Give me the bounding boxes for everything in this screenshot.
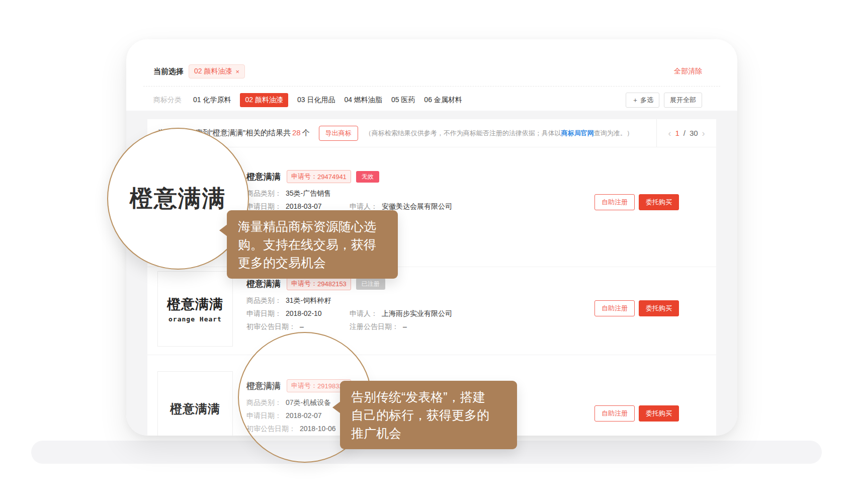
trademark-image: 橙意满满 orange Heart: [157, 271, 233, 347]
field-value: 2018-02-10: [286, 309, 322, 317]
row-actions: 自助注册 委托购买: [594, 405, 679, 422]
category-item-03[interactable]: 03 日化用品: [297, 96, 335, 105]
application-number-tag: 申请号：29474941: [287, 170, 351, 183]
field-label: 申请人：: [350, 202, 378, 210]
next-page-icon[interactable]: ›: [702, 129, 705, 138]
row-actions: 自助注册 委托购买: [594, 194, 679, 210]
category-filter-row: 商标分类 01 化学原料 02 颜料油漆 03 日化用品 04 燃料油脂 05 …: [153, 89, 702, 111]
entrust-purchase-button[interactable]: 委托购买: [639, 405, 679, 422]
row-actions: 自助注册 委托购买: [594, 300, 679, 316]
current-selection-row: 当前选择 02 颜料油漆 × 全部清除: [153, 64, 702, 78]
current-page: 1: [675, 129, 679, 137]
remove-tag-icon[interactable]: ×: [235, 68, 239, 75]
trademark-name: 橙意满满: [246, 278, 281, 290]
status-badge: 无效: [356, 171, 379, 183]
applicant-pair: 申请人：上海雨步实业有限公司: [350, 308, 452, 318]
results-count: 28: [292, 128, 301, 137]
field-value: 35类-广告销售: [286, 189, 331, 197]
category-line: 商品类别：35类-广告销售: [246, 188, 585, 198]
dashed-divider: [143, 86, 720, 87]
expand-all-button[interactable]: 展开全部: [664, 93, 702, 108]
multi-select-button[interactable]: ＋ 多选: [626, 93, 659, 108]
trademark-image-text: 橙意满满: [170, 401, 220, 417]
applicant-pair: 申请人：安徽美达会展有限公司: [350, 201, 452, 211]
application-number-label: 申请号：: [291, 172, 317, 181]
category-line: 商品类别：31类-饲料种籽: [246, 295, 585, 305]
clear-all-button[interactable]: 全部清除: [674, 67, 702, 76]
callout-tooltip-promo: 告别传统“发表格”，搭建 自己的标行，获得更多的 推广机会: [340, 381, 517, 449]
trademark-image-text: 橙意满满: [167, 295, 223, 313]
field-label: 申请日期：: [246, 202, 282, 210]
publication-line: 初审公告日期：– 注册公告日期：–: [246, 321, 585, 331]
field-label: 初审公告日期：: [246, 322, 296, 330]
field-label: 注册公告日期：: [350, 322, 399, 330]
date-line: 申请日期：2018-03-07 申请人：安徽美达会展有限公司: [246, 201, 585, 211]
export-trademark-button[interactable]: 导出商标: [319, 126, 358, 141]
results-header: 为您在线检索到“橙意满满”相关的结果共28个 导出商标 （商标检索结果仅供参考，…: [147, 119, 716, 147]
field-label: 商品类别：: [246, 296, 282, 304]
results-disclaimer: （商标检索结果仅供参考，不作为商标能否注册的法律依据；具体以商标局官网查询为准。…: [365, 129, 633, 138]
entrust-purchase-button[interactable]: 委托购买: [639, 194, 679, 210]
trademark-name: 橙意满满: [246, 171, 281, 183]
page-separator: /: [684, 129, 686, 137]
selected-filter-tag[interactable]: 02 颜料油漆 ×: [189, 64, 245, 78]
registration-pub-pair: 注册公告日期：–: [350, 321, 407, 331]
disclaimer-text-post: 查询为准。）: [594, 129, 633, 137]
trademark-details: 橙意满满 申请号：29482153 已注册 商品类别：31类-饲料种籽 申请日期…: [246, 278, 585, 331]
current-selection-label: 当前选择: [153, 67, 184, 76]
trademark-image-subtext: orange Heart: [168, 315, 222, 323]
field-label: 申请日期：: [246, 309, 282, 317]
field-value: 31类-饲料种籽: [286, 296, 331, 304]
status-badge: 已注册: [356, 278, 385, 290]
pagination: ‹ 1 / 30 ›: [656, 119, 716, 147]
self-register-button[interactable]: 自助注册: [594, 194, 635, 210]
application-number-tag: 申请号：29482153: [287, 277, 351, 290]
disclaimer-text-pre: （商标检索结果仅供参考，不作为商标能否注册的法律依据；具体以: [365, 129, 561, 137]
category-item-01[interactable]: 01 化学原料: [193, 96, 231, 105]
callout-tooltip-trade: 海量精品商标资源随心选 购。支持在线交易，获得 更多的交易机会: [227, 210, 398, 279]
category-item-05[interactable]: 05 医药: [391, 96, 415, 105]
trademark-image: 橙意满满: [157, 371, 233, 436]
magnified-trademark-text: 橙意满满: [130, 183, 226, 214]
trademark-title-line: 橙意满满 申请号：29474941 无效: [246, 171, 585, 182]
category-row-label: 商标分类: [153, 96, 182, 105]
field-label: 商品类别：: [246, 189, 282, 197]
field-value: –: [300, 322, 304, 330]
application-number-value: 29482153: [317, 280, 347, 288]
trademark-office-link[interactable]: 商标局官网: [561, 129, 594, 137]
application-number-label: 申请号：: [291, 279, 317, 288]
field-label: 申请人：: [350, 309, 378, 317]
category-item-04[interactable]: 04 燃料油脂: [344, 96, 382, 105]
prev-page-icon[interactable]: ‹: [668, 129, 671, 138]
self-register-button[interactable]: 自助注册: [594, 300, 635, 316]
page: 当前选择 02 颜料油漆 × 全部清除 商标分类 01 化学原料 02 颜料油漆…: [0, 0, 853, 504]
total-pages: 30: [690, 129, 698, 137]
date-line: 申请日期：2018-02-10 申请人：上海雨步实业有限公司: [246, 308, 585, 318]
selected-filter-tag-label: 02 颜料油漆: [194, 67, 232, 76]
self-register-button[interactable]: 自助注册: [594, 405, 635, 422]
field-value: 上海雨步实业有限公司: [382, 309, 452, 317]
field-value: –: [403, 322, 407, 330]
entrust-purchase-button[interactable]: 委托购买: [639, 300, 679, 316]
category-item-06[interactable]: 06 金属材料: [424, 96, 462, 105]
field-value: 2018-03-07: [286, 202, 322, 210]
trademark-details: 橙意满满 申请号：29474941 无效 商品类别：35类-广告销售 申请日期：…: [246, 171, 585, 211]
trademark-title-line: 橙意满满 申请号：29482153 已注册: [246, 278, 585, 289]
result-row: 橙意满满 orange Heart 橙意满满 申请号：29482153 已注册 …: [147, 267, 716, 355]
field-value: 安徽美达会展有限公司: [382, 202, 452, 210]
category-item-02-selected[interactable]: 02 颜料油漆: [240, 93, 288, 107]
application-number-value: 29474941: [317, 173, 347, 181]
summary-unit: 个: [302, 128, 310, 137]
